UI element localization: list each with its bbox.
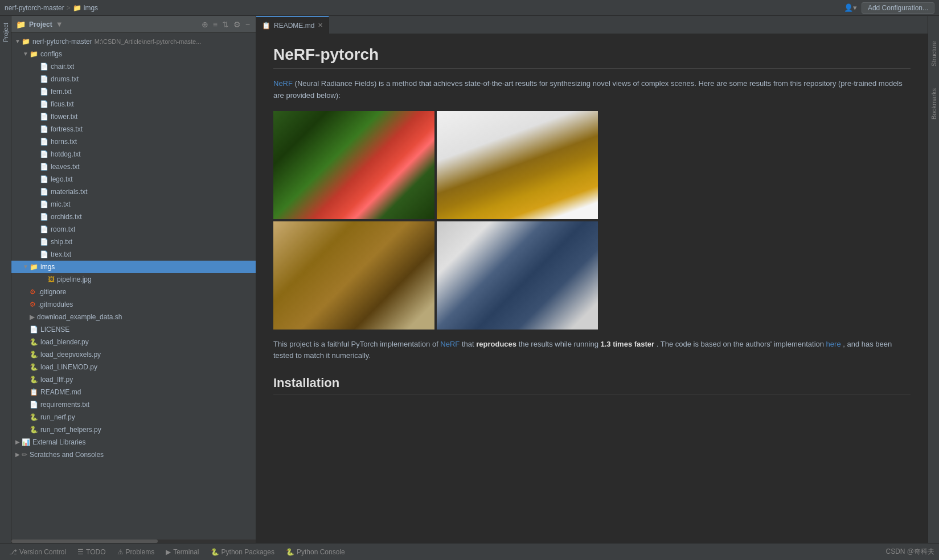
tree-file-ficus[interactable]: 📄 ficus.txt <box>11 98 256 110</box>
tree-external-libraries[interactable]: ▶ 📊 External Libraries <box>11 436 256 448</box>
readme-tab-close[interactable]: ✕ <box>318 22 323 29</box>
hotdog-file-icon: 📄 <box>40 149 48 160</box>
tree-file-materials[interactable]: 📄 materials.txt <box>11 186 256 198</box>
tree-file-requirements[interactable]: 📄 requirements.txt <box>11 398 256 411</box>
tree-file-fern[interactable]: 📄 fern.txt <box>11 85 256 98</box>
load-llff-icon: 🐍 <box>30 374 38 385</box>
tree-file-drums[interactable]: 📄 drums.txt <box>11 73 256 85</box>
readme-p2-text2: that <box>462 340 476 348</box>
flower-file-icon: 📄 <box>40 111 48 122</box>
readme-p2-text3: the results while running <box>519 340 601 348</box>
nerf-link-2[interactable]: NeRF <box>440 340 460 348</box>
orchids-file-icon: 📄 <box>40 211 48 223</box>
load-linemod-icon: 🐍 <box>30 361 38 373</box>
python-packages-label: Python Packages <box>222 548 274 556</box>
tree-file-leaves[interactable]: 📄 leaves.txt <box>11 160 256 173</box>
scratches-arrow: ▶ <box>14 449 22 460</box>
tree-file-ship[interactable]: 📄 ship.txt <box>11 236 256 248</box>
breadcrumb: nerf-pytorch-master > 📁 imgs <box>5 4 98 12</box>
add-config-button[interactable]: Add Configuration... <box>862 2 934 14</box>
tree-configs-folder[interactable]: ▼ 📁 configs <box>11 48 256 60</box>
readme-tab[interactable]: 📋 README.md ✕ <box>256 16 329 34</box>
content-area: 📋 README.md ✕ NeRF-pytorch NeRF (Neural … <box>256 16 928 543</box>
configs-arrow: ▼ <box>22 48 30 60</box>
version-control-icon: ⎇ <box>9 548 17 556</box>
locate-file-button[interactable]: ⊕ <box>200 20 210 29</box>
breadcrumb-sep: > <box>67 4 71 12</box>
tree-file-hotdog[interactable]: 📄 hotdog.txt <box>11 148 256 160</box>
todo-icon: ☰ <box>77 548 84 556</box>
tree-file-flower[interactable]: 📄 flower.txt <box>11 110 256 123</box>
project-dropdown-icon[interactable]: ▼ <box>56 20 63 28</box>
tree-root[interactable]: ▼ 📁 nerf-pytorch-master M:\CSDN_Article\… <box>11 35 256 48</box>
lego-file-icon: 📄 <box>40 174 48 185</box>
ficus-file-icon: 📄 <box>40 98 48 110</box>
todo-label: TODO <box>86 548 105 556</box>
expand-button[interactable]: ⇅ <box>221 20 230 29</box>
tree-file-gitmodules[interactable]: ⚙ .gitmodules <box>11 298 256 311</box>
external-libraries-label: External Libraries <box>32 437 85 448</box>
readme-reproduces: reproduces <box>476 340 516 348</box>
readme-content: NeRF-pytorch NeRF (Neural Radiance Field… <box>256 34 928 543</box>
external-lib-icon: 📊 <box>22 437 30 448</box>
settings-button[interactable]: ⚙ <box>232 20 242 29</box>
external-lib-arrow: ▶ <box>14 437 22 448</box>
structure-tab[interactable]: Structure <box>929 39 938 69</box>
python-packages-tab[interactable]: 🐍 Python Packages <box>206 546 279 558</box>
readme-tab-icon: 📋 <box>262 22 270 30</box>
right-side-tabs: Structure Bookmarks <box>928 16 939 543</box>
main-container: Project 📁 Project ▼ ⊕ ≡ ⇅ ⚙ − ▼ 📁 nerf-p… <box>0 16 939 543</box>
tree-file-room[interactable]: 📄 room.txt <box>11 223 256 236</box>
room-file-icon: 📄 <box>40 224 48 235</box>
tree-file-readme[interactable]: 📋 README.md <box>11 386 256 398</box>
python-console-tab[interactable]: 🐍 Python Console <box>281 546 350 558</box>
problems-icon: ⚠ <box>117 548 124 556</box>
chair-file-icon: 📄 <box>40 61 48 72</box>
collapse-all-button[interactable]: ≡ <box>212 20 219 29</box>
project-side-tab[interactable]: Project <box>1 20 10 44</box>
minimize-button[interactable]: − <box>244 20 251 29</box>
tree-file-lego[interactable]: 📄 lego.txt <box>11 173 256 186</box>
readme-p2-text1: This project is a faithful PyTorch imple… <box>273 340 440 348</box>
tree-scratches-consoles[interactable]: ▶ ✏ Scratches and Consoles <box>11 448 256 461</box>
project-title[interactable]: Project <box>29 20 52 28</box>
configs-folder-icon: 📁 <box>30 48 38 60</box>
tree-file-load-linemod[interactable]: 🐍 load_LINEMOD.py <box>11 361 256 373</box>
here-link[interactable]: here <box>826 340 841 348</box>
version-control-tab[interactable]: ⎇ Version Control <box>5 546 71 558</box>
tree-file-mic[interactable]: 📄 mic.txt <box>11 198 256 211</box>
tree-file-fortress[interactable]: 📄 fortress.txt <box>11 123 256 135</box>
top-bar-right: 👤▾ Add Configuration... <box>844 2 934 14</box>
tree-file-trex[interactable]: 📄 trex.txt <box>11 248 256 261</box>
problems-label: Problems <box>126 548 155 556</box>
tree-file-load-llff[interactable]: 🐍 load_llff.py <box>11 373 256 386</box>
tree-file-orchids[interactable]: 📄 orchids.txt <box>11 211 256 223</box>
project-panel: 📁 Project ▼ ⊕ ≡ ⇅ ⚙ − ▼ 📁 nerf-pytorch-m… <box>11 16 256 543</box>
terminal-tab[interactable]: ▶ Terminal <box>161 546 203 558</box>
terminal-icon: ▶ <box>166 548 171 556</box>
tree-file-download[interactable]: ▶ download_example_data.sh <box>11 311 256 323</box>
tree-file-load-blender[interactable]: 🐍 load_blender.py <box>11 336 256 348</box>
tree-file-horns[interactable]: 📄 horns.txt <box>11 135 256 148</box>
tree-file-load-deepvoxels[interactable]: 🐍 load_deepvoxels.py <box>11 348 256 361</box>
pipeline-file-icon: 🖼 <box>48 274 55 285</box>
ship-file-icon: 📄 <box>40 236 48 248</box>
imgs-folder-icon: 📁 <box>30 261 38 273</box>
image-triceratops <box>273 221 434 330</box>
tree-imgs-folder[interactable]: ▼ 📁 imgs <box>11 261 256 273</box>
breadcrumb-project[interactable]: nerf-pytorch-master <box>5 4 64 12</box>
tree-file-pipeline[interactable]: 🖼 pipeline.jpg <box>11 273 256 286</box>
tree-file-run-nerf[interactable]: 🐍 run_nerf.py <box>11 411 256 423</box>
tab-bar: 📋 README.md ✕ <box>256 16 928 34</box>
tree-file-chair[interactable]: 📄 chair.txt <box>11 60 256 73</box>
bookmarks-tab[interactable]: Bookmarks <box>929 86 938 122</box>
breadcrumb-folder[interactable]: imgs <box>84 4 98 12</box>
todo-tab[interactable]: ☰ TODO <box>73 546 110 558</box>
tree-file-license[interactable]: 📄 LICENSE <box>11 323 256 336</box>
tree-file-run-nerf-helpers[interactable]: 🐍 run_nerf_helpers.py <box>11 423 256 436</box>
root-arrow: ▼ <box>14 36 22 47</box>
problems-tab[interactable]: ⚠ Problems <box>113 546 159 558</box>
nerf-link-1[interactable]: NeRF <box>273 79 293 88</box>
tree-file-gitignore[interactable]: ⚙ .gitignore <box>11 286 256 298</box>
load-deepvoxels-icon: 🐍 <box>30 349 38 360</box>
